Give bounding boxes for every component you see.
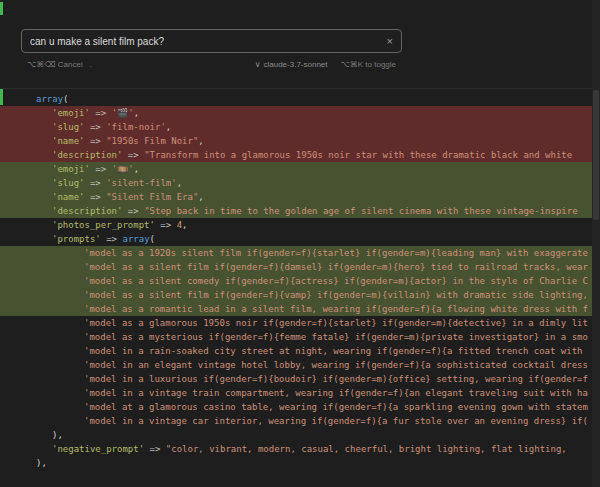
code-line[interactable]: 'emoji' => '🎞️', — [0, 162, 592, 176]
code-token-str: 'model as a 1920s silent film if(gender=… — [84, 248, 588, 258]
code-token-op: => — [90, 108, 112, 118]
code-lines: array('emoji' => '🎬','slug' => 'film-noi… — [0, 92, 592, 470]
code-token-str: 'model in an elegant vintage hotel lobby… — [84, 360, 588, 370]
diff-overview-marker-added-top — [0, 2, 3, 15]
code-token-punct: ( — [150, 234, 155, 244]
code-token-punct: , — [198, 136, 203, 146]
code-token-str: "Transform into a glamorous 1950s noir s… — [144, 150, 577, 160]
code-line[interactable]: 'model in a luxurious if(gender=f){boudo… — [0, 372, 592, 386]
code-line[interactable]: 'slug' => 'silent-film', — [0, 176, 592, 190]
code-token-op: => — [155, 220, 177, 230]
model-name: claude-3.7-sonnet — [263, 60, 327, 69]
code-editor[interactable]: array('emoji' => '🎬','slug' => 'film-noi… — [0, 92, 592, 470]
model-selector[interactable]: ∨ claude-3.7-sonnet — [255, 60, 328, 69]
code-token-key: 'slug' — [52, 178, 85, 188]
code-line[interactable]: 'model as a glamorous 1950s noir if(gend… — [0, 316, 592, 330]
code-token-str: "1950s Film Noir" — [106, 136, 198, 146]
code-token-str: 'model as a romantic lead in a silent fi… — [84, 304, 588, 314]
scrollbar-thumb[interactable] — [593, 90, 599, 220]
code-token-str: 'model in a rain-soaked city street at n… — [84, 346, 588, 356]
code-line[interactable]: 'model in an elegant vintage hotel lobby… — [0, 358, 592, 372]
code-line[interactable]: 'model as a silent film if(gender=f){vam… — [0, 288, 592, 302]
code-line[interactable]: 'name' => "Silent Film Era", — [0, 190, 592, 204]
code-line[interactable]: 'prompts' => array( — [0, 232, 592, 246]
code-token-op: => — [85, 122, 107, 132]
code-line[interactable]: ), — [0, 428, 592, 442]
code-line[interactable]: array( — [0, 92, 592, 106]
code-token-str: 'model as a silent film if(gender=f){dam… — [84, 262, 588, 272]
code-token-key: 'emoji' — [52, 164, 90, 174]
inline-edit-zone-separator — [0, 88, 600, 89]
code-line[interactable]: ), — [0, 456, 592, 470]
code-token-str: 'model in a vintage car interior, wearin… — [84, 416, 588, 426]
prompt-input[interactable] — [30, 36, 379, 47]
code-token-str: 'silent-film' — [106, 178, 176, 188]
code-token-str: "color, vibrant, modern, casual, cheerfu… — [166, 444, 572, 454]
code-token-op: => — [85, 192, 107, 202]
code-line[interactable]: 'model as a mysterious if(gender=f){femm… — [0, 330, 592, 344]
code-token-key: 'description' — [52, 150, 122, 160]
code-line[interactable]: 'slug' => 'film-noir', — [0, 120, 592, 134]
code-token-str: 'model as a mysterious if(gender=f){femm… — [84, 332, 588, 342]
code-token-punct: , — [166, 122, 171, 132]
inline-edit-widget: × ⌥⌘⌫ Cancel . ∨ claude-3.7-sonnet ⌥⌘K t… — [21, 29, 402, 69]
code-token-key: 'name' — [52, 192, 85, 202]
code-line[interactable]: 'model in a vintage train compartment, w… — [0, 386, 592, 400]
code-line[interactable]: 'description' => "Step back in time to t… — [0, 204, 592, 218]
code-token-str: 'model as a silent comedy if(gender=f){a… — [84, 276, 588, 286]
code-token-key: 'negative_prompt' — [52, 444, 144, 454]
code-token-op: => — [90, 164, 112, 174]
code-token-key: 'slug' — [52, 122, 85, 132]
close-icon[interactable]: × — [379, 36, 393, 47]
code-token-str: 'model at a glamorous casino table, wear… — [84, 402, 588, 412]
code-token-op: => — [85, 136, 107, 146]
code-token-str: "Silent Film Era" — [106, 192, 198, 202]
code-token-punct: , — [182, 220, 187, 230]
code-token-op: => — [122, 206, 144, 216]
code-line[interactable]: 'photos_per_prompt' => 4, — [0, 218, 592, 232]
inline-edit-prompt-box[interactable]: × — [21, 29, 402, 53]
code-token-punct: ), — [52, 430, 63, 440]
toggle-hint: ⌥⌘K to toggle — [341, 60, 396, 69]
code-token-punct: , — [134, 108, 139, 118]
code-line[interactable]: 'description' => "Transform into a glamo… — [0, 148, 592, 162]
code-token-str: '🎬' — [112, 108, 134, 118]
code-token-str: 'model as a silent film if(gender=f){vam… — [84, 290, 588, 300]
code-token-str: "Step back in time to the golden age of … — [144, 206, 577, 216]
code-token-kw: array — [122, 234, 149, 244]
cancel-button[interactable]: ⌥⌘⌫ Cancel — [27, 60, 83, 69]
editor-window: × ⌥⌘⌫ Cancel . ∨ claude-3.7-sonnet ⌥⌘K t… — [0, 0, 600, 487]
code-line[interactable]: 'negative_prompt' => "color, vibrant, mo… — [0, 442, 592, 456]
code-token-op: => — [85, 178, 107, 188]
hint-separator-dot: . — [90, 60, 92, 69]
code-token-str: 'model in a vintage train compartment, w… — [84, 388, 588, 398]
code-line[interactable]: 'model in a vintage car interior, wearin… — [0, 414, 592, 428]
code-token-punct: ( — [63, 94, 68, 104]
code-token-punct: ), — [36, 458, 47, 468]
code-token-key: 'photos_per_prompt' — [52, 220, 155, 230]
code-token-str: 'model as a glamorous 1950s noir if(gend… — [84, 318, 588, 328]
code-line[interactable]: 'name' => "1950s Film Noir", — [0, 134, 592, 148]
inline-edit-hint-row: ⌥⌘⌫ Cancel . ∨ claude-3.7-sonnet ⌥⌘K to … — [21, 60, 402, 69]
code-line[interactable]: 'model as a 1920s silent film if(gender=… — [0, 246, 592, 260]
code-token-str: 'model in a luxurious if(gender=f){boudo… — [84, 374, 588, 384]
code-token-str: 'film-noir' — [106, 122, 166, 132]
code-line[interactable]: 'model in a rain-soaked city street at n… — [0, 344, 592, 358]
code-token-key: 'description' — [52, 206, 122, 216]
code-line[interactable]: 'emoji' => '🎬', — [0, 106, 592, 120]
code-token-key: 'name' — [52, 136, 85, 146]
chevron-down-icon: ∨ — [255, 60, 261, 69]
code-line[interactable]: 'model as a romantic lead in a silent fi… — [0, 302, 592, 316]
code-token-op: => — [101, 234, 123, 244]
code-token-kw: array — [36, 94, 63, 104]
code-line[interactable]: 'model as a silent comedy if(gender=f){a… — [0, 274, 592, 288]
code-token-punct: , — [198, 192, 203, 202]
scrollbar[interactable] — [592, 0, 600, 487]
code-token-punct: , — [134, 164, 139, 174]
code-line[interactable]: 'model as a silent film if(gender=f){dam… — [0, 260, 592, 274]
code-token-op: => — [144, 444, 166, 454]
code-token-key: 'emoji' — [52, 108, 90, 118]
code-token-punct: , — [177, 178, 182, 188]
code-token-str: '🎞️' — [112, 164, 134, 174]
code-line[interactable]: 'model at a glamorous casino table, wear… — [0, 400, 592, 414]
